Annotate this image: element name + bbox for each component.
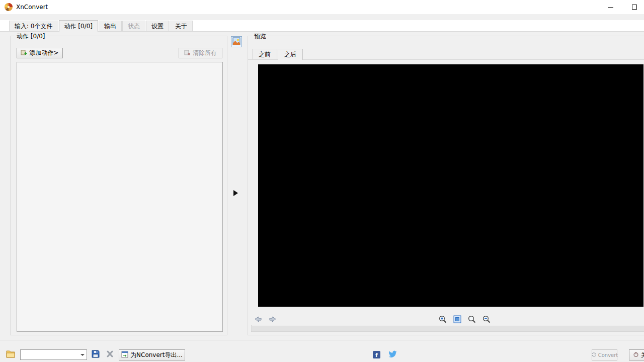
minimize-button[interactable] xyxy=(599,0,622,14)
splitter-expand-arrow-icon[interactable] xyxy=(233,190,238,196)
tab-about[interactable]: 关于 xyxy=(170,21,193,31)
scrollbar-thumb[interactable] xyxy=(252,326,644,331)
maximize-icon xyxy=(632,5,637,10)
minimize-icon xyxy=(608,7,613,8)
export-nconvert-button[interactable]: 为NConvert导出... xyxy=(119,349,185,360)
arrow-left-icon xyxy=(254,315,262,325)
tab-settings[interactable]: 设置 xyxy=(146,21,169,31)
window-titlebar: XnConvert xyxy=(0,0,644,14)
fit-window-icon xyxy=(453,315,462,325)
chevron-down-icon[interactable] xyxy=(78,350,87,359)
clear-all-button: 清除所有 xyxy=(179,48,222,58)
add-action-button[interactable]: 添加动作> xyxy=(17,48,63,58)
window-title: XnConvert xyxy=(16,4,48,11)
tab-output[interactable]: 输出 xyxy=(99,21,122,31)
zoom-in-button[interactable] xyxy=(438,315,447,324)
twitter-button[interactable] xyxy=(388,351,397,358)
preview-tab-strip: 之前 之后 xyxy=(252,48,303,59)
clear-all-icon xyxy=(184,49,191,57)
floppy-disk-icon xyxy=(92,350,100,359)
maximize-button[interactable] xyxy=(623,0,644,14)
save-preset-button[interactable] xyxy=(92,350,100,358)
arrow-right-icon xyxy=(269,315,277,325)
facebook-button[interactable]: f xyxy=(373,351,380,358)
preset-combobox[interactable] xyxy=(20,349,87,360)
previous-image-button[interactable] xyxy=(253,315,262,324)
preview-panel-toggle-button[interactable] xyxy=(231,36,242,47)
export-nconvert-label: 为NConvert导出... xyxy=(130,351,183,359)
zoom-original-button[interactable] xyxy=(467,315,476,324)
bottom-toolbar: 为NConvert导出... f Convert xyxy=(0,340,644,362)
add-action-label: 添加动作> xyxy=(29,49,58,57)
export-window-icon xyxy=(121,351,128,359)
facebook-f-icon: f xyxy=(375,352,378,358)
app-window: XnConvert 输入: 0个文件 动作 [0/0] 输出 状态 设置 关于 … xyxy=(0,0,644,362)
tab-before[interactable]: 之前 xyxy=(252,49,277,59)
folder-icon xyxy=(6,350,15,359)
preview-tab-divider xyxy=(248,59,644,60)
open-preset-folder-button[interactable] xyxy=(6,350,15,358)
magnifier-plus-icon xyxy=(438,315,447,325)
twitter-bird-icon xyxy=(388,350,397,359)
tab-after[interactable]: 之后 xyxy=(278,49,303,60)
magnifier-minus-icon xyxy=(482,315,491,325)
convert-label: Convert xyxy=(598,352,618,358)
picture-icon xyxy=(232,37,240,47)
delete-preset-button[interactable] xyxy=(106,351,114,358)
zoom-fit-button[interactable] xyxy=(453,315,462,324)
preview-group-title: 预览 xyxy=(252,32,268,41)
tab-actions[interactable]: 动作 [0/0] xyxy=(59,20,99,32)
clear-all-label: 清除所有 xyxy=(193,49,217,57)
zoom-out-button[interactable] xyxy=(482,315,491,324)
tab-input[interactable]: 输入: 0个文件 xyxy=(9,21,58,31)
add-action-icon xyxy=(21,49,27,57)
power-icon xyxy=(633,351,639,359)
main-tab-strip: 输入: 0个文件 动作 [0/0] 输出 状态 设置 关于 xyxy=(0,20,644,31)
close-button[interactable]: 关 xyxy=(629,349,644,360)
preview-horizontal-scrollbar[interactable] xyxy=(251,325,644,332)
magnifier-icon xyxy=(467,315,476,325)
next-image-button[interactable] xyxy=(268,315,277,324)
actions-group: 动作 [0/0] 添加动作> 清除所有 xyxy=(10,36,227,335)
convert-button: Convert xyxy=(592,349,617,360)
preview-group: 预览 之前 之后 xyxy=(248,36,644,335)
cross-icon xyxy=(106,350,114,359)
tab-status: 状态 xyxy=(122,21,145,31)
convert-arrows-icon xyxy=(591,352,597,358)
actions-list[interactable] xyxy=(17,62,223,332)
close-label: 关 xyxy=(641,351,644,359)
actions-group-title: 动作 [0/0] xyxy=(15,32,47,41)
xnconvert-logo-icon xyxy=(4,3,13,12)
preview-canvas xyxy=(258,64,643,307)
